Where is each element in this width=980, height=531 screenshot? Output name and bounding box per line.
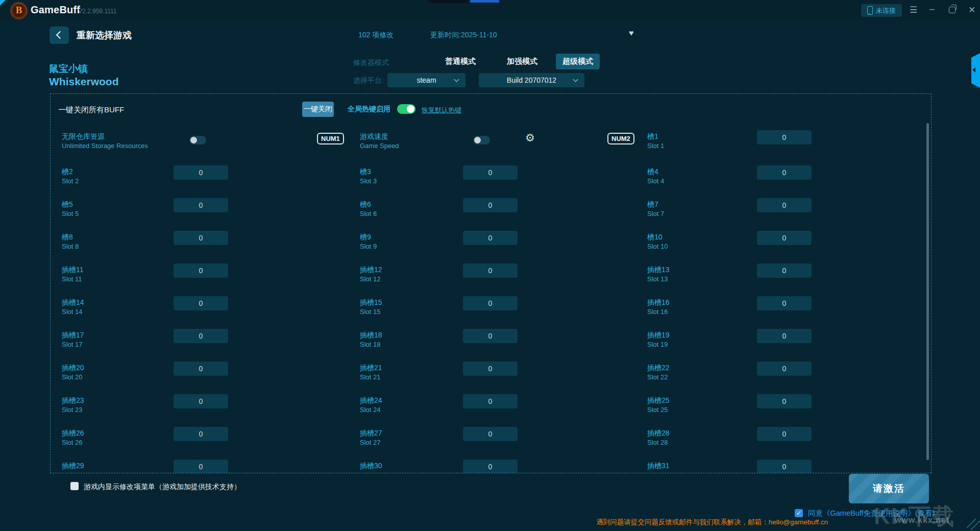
slot-value-input[interactable]: 0: [174, 361, 228, 376]
ingame-menu-checkbox-label: 游戏内显示修改项菜单（游戏加加提供技术支持）: [84, 482, 241, 492]
slot-label: 槽4Slot 4: [647, 167, 664, 185]
game-title-cn: 鼠宝小镇: [49, 62, 88, 76]
mode-option-enhanced[interactable]: 加强模式: [507, 57, 537, 66]
slot-value-input[interactable]: 0: [463, 231, 518, 245]
slot-value-input[interactable]: 0: [757, 460, 812, 473]
slot-label-cn: 插槽11: [62, 266, 84, 274]
slot-value-input[interactable]: 0: [757, 231, 812, 245]
mode-option-normal[interactable]: 普通模式: [445, 57, 476, 66]
ingame-menu-checkbox[interactable]: [70, 482, 79, 490]
slot-value-input[interactable]: 0: [174, 296, 228, 310]
slot-value-input[interactable]: 0: [757, 427, 812, 441]
slot-label-en: Slot 8: [62, 243, 79, 251]
side-panel-tab[interactable]: [971, 53, 980, 88]
slot-value-input[interactable]: 0: [174, 329, 228, 343]
slot-value-input[interactable]: 0: [757, 198, 812, 212]
slot-value-input[interactable]: 0: [463, 361, 518, 376]
slot-value-input[interactable]: 0: [463, 394, 518, 408]
platform-selector-label: 选择平台:: [353, 76, 384, 85]
slot-label: 插槽30Slot 30: [360, 462, 382, 473]
slot-label-cn: 槽5: [62, 200, 79, 209]
toggle-knob: [407, 105, 414, 113]
game-title-en: Whiskerwood: [49, 76, 119, 88]
slot-value-input[interactable]: 0: [174, 263, 228, 278]
page-title: 重新选择游戏: [77, 29, 132, 41]
slot-value-input[interactable]: 0: [757, 394, 812, 408]
agreement-checkbox[interactable]: ✓: [795, 509, 803, 517]
slot-value-input[interactable]: 0: [174, 231, 228, 245]
close-icon[interactable]: ✕: [968, 6, 975, 14]
slot-label-cn: 插槽22: [647, 364, 670, 372]
slot-value-input[interactable]: 0: [174, 427, 228, 441]
slot-label-cn: 插槽23: [62, 396, 84, 405]
slot-label: 插槽31Slot 31: [647, 462, 670, 473]
platform-dropdown[interactable]: steam: [387, 73, 465, 87]
cheat-label-cn: 无限仓库资源: [62, 132, 148, 141]
slot-label-cn: 插槽15: [360, 298, 382, 307]
slot-label-en: Slot 7: [647, 210, 664, 218]
slot-label-en: Slot 6: [360, 210, 377, 218]
activate-button[interactable]: 请激活: [849, 474, 929, 503]
slot-label: 插槽22Slot 22: [647, 364, 670, 381]
slot-value-input[interactable]: 0: [463, 427, 518, 441]
connection-status-badge[interactable]: 未连接: [861, 4, 902, 17]
slot-value-input[interactable]: 0: [463, 198, 518, 212]
top-strip-blue: [470, 0, 499, 3]
update-time: 更新时间:2025-11-10: [430, 31, 497, 40]
slot-label-cn: 插槽12: [360, 266, 382, 274]
slot-label-cn: 槽9: [360, 233, 377, 242]
build-dropdown[interactable]: Build 20707012: [479, 73, 584, 87]
slot-label: 插槽16Slot 16: [647, 298, 670, 316]
slot-value-input[interactable]: 0: [757, 296, 812, 310]
panel-scrollbar[interactable]: [926, 123, 929, 460]
agreement-text-link[interactable]: 同意《GameBuff免责使用说明》(查看): [808, 509, 935, 518]
slot-label-en: Slot 14: [62, 308, 84, 316]
slot-value-input[interactable]: 0: [174, 460, 228, 473]
arrow-left-icon: [972, 67, 975, 73]
slot-value-input[interactable]: 0: [757, 130, 812, 144]
slot-label-en: Slot 21: [360, 373, 382, 381]
slot-label-en: Slot 29: [62, 471, 84, 473]
restore-default-hotkeys-link[interactable]: 恢复默认热键: [422, 106, 461, 115]
slot-value-input[interactable]: 0: [463, 296, 518, 310]
close-all-button[interactable]: 一键关闭: [302, 102, 334, 117]
restore-window-icon[interactable]: [949, 7, 955, 13]
mode-option-super-selected[interactable]: 超级模式: [556, 54, 600, 69]
slot-value-input[interactable]: 0: [757, 263, 812, 278]
slot-value-input[interactable]: 0: [463, 460, 518, 473]
global-hotkey-toggle[interactable]: [397, 104, 415, 114]
cheat-toggle[interactable]: [189, 136, 206, 144]
top-strip-dark: [428, 0, 468, 3]
slot-value-input[interactable]: 0: [757, 329, 812, 343]
slot-label: 插槽24Slot 24: [360, 396, 382, 414]
cheat-toggle[interactable]: [473, 136, 490, 144]
slot-label: 槽10Slot 10: [647, 233, 668, 251]
slot-value-input[interactable]: 0: [463, 329, 518, 343]
corner-decoration: [966, 518, 976, 528]
build-dropdown-value: Build 20707012: [507, 76, 556, 84]
slot-label: 插槽25Slot 25: [647, 396, 670, 414]
menu-icon[interactable]: ☰: [910, 6, 917, 14]
minimize-icon[interactable]: –: [929, 5, 935, 13]
back-button[interactable]: [50, 27, 69, 44]
gear-icon[interactable]: ⚙: [525, 132, 535, 144]
slot-value-input[interactable]: 0: [463, 165, 518, 180]
gamebuff-logo-icon: B: [11, 3, 27, 19]
chevron-left-icon: [56, 31, 64, 39]
slot-value-input[interactable]: 0: [757, 361, 812, 376]
slot-label-en: Slot 15: [360, 308, 382, 316]
slot-value-input[interactable]: 0: [757, 165, 812, 180]
slot-value-input[interactable]: 0: [174, 198, 228, 212]
favorite-heart-icon[interactable]: ♥: [629, 29, 634, 38]
slot-value-input[interactable]: 0: [463, 263, 518, 278]
slot-label-en: Slot 28: [647, 439, 670, 447]
slot-value-input[interactable]: 0: [174, 394, 228, 408]
slot-label: 槽6Slot 6: [360, 200, 377, 218]
slot-label-en: Slot 12: [360, 275, 382, 283]
slot-label-cn: 插槽31: [647, 462, 670, 470]
slot-value-input[interactable]: 0: [174, 165, 228, 180]
slot-label: 插槽23Slot 23: [62, 396, 84, 414]
toggle-knob: [474, 137, 481, 143]
slot-label: 插槽18Slot 18: [360, 331, 382, 349]
slot-label: 插槽12Slot 12: [360, 266, 382, 283]
